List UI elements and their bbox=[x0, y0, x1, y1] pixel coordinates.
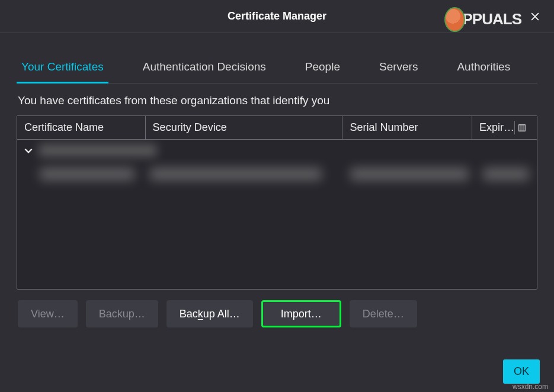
tab-your-certificates[interactable]: Your Certificates bbox=[17, 57, 108, 83]
import-button[interactable]: Import… bbox=[261, 300, 341, 327]
tab-people[interactable]: People bbox=[300, 57, 345, 83]
column-picker-icon bbox=[518, 124, 526, 132]
col-header-name[interactable]: Certificate Name bbox=[17, 116, 146, 139]
col-header-serial[interactable]: Serial Number bbox=[342, 116, 472, 139]
org-name-redacted bbox=[39, 144, 157, 157]
source-watermark: wsxdn.com bbox=[513, 383, 548, 391]
view-button[interactable]: View… bbox=[18, 300, 78, 327]
svg-rect-0 bbox=[519, 124, 526, 131]
certificate-row[interactable] bbox=[17, 161, 537, 187]
close-button[interactable] bbox=[527, 8, 543, 25]
column-picker-button[interactable] bbox=[514, 121, 530, 134]
backup-button[interactable]: Backup… bbox=[86, 300, 158, 327]
cert-serial-redacted bbox=[350, 168, 469, 181]
backup-all-button[interactable]: Backup All… bbox=[166, 300, 253, 327]
tabs: Your Certificates Authentication Decisio… bbox=[17, 33, 537, 83]
tab-servers[interactable]: Servers bbox=[374, 57, 422, 83]
intro-text: You have certificates from these organiz… bbox=[17, 83, 537, 115]
delete-button[interactable]: Delete… bbox=[350, 300, 417, 327]
cert-device-redacted bbox=[150, 168, 322, 181]
certificates-table: Certificate Name Security Device Serial … bbox=[17, 115, 537, 290]
chevron-down-icon bbox=[23, 145, 34, 156]
col-header-device[interactable]: Security Device bbox=[146, 116, 343, 139]
action-buttons: View… Backup… Backup All… Import… Delete… bbox=[17, 290, 537, 338]
close-icon bbox=[529, 11, 541, 23]
table-header: Certificate Name Security Device Serial … bbox=[17, 116, 537, 140]
col-header-expires[interactable]: Expir… bbox=[472, 116, 537, 139]
table-body bbox=[17, 140, 537, 289]
tab-authorities[interactable]: Authorities bbox=[452, 57, 515, 83]
dialog-title: Certificate Manager bbox=[228, 10, 326, 23]
cert-expires-redacted bbox=[483, 168, 529, 181]
ok-button[interactable]: OK bbox=[503, 359, 540, 384]
col-header-expires-label: Expir… bbox=[479, 121, 514, 134]
cert-name-redacted bbox=[40, 168, 135, 181]
org-group-row[interactable] bbox=[17, 140, 537, 161]
tab-authentication-decisions[interactable]: Authentication Decisions bbox=[138, 57, 271, 83]
watermark-logo: PPUALS bbox=[444, 6, 521, 33]
